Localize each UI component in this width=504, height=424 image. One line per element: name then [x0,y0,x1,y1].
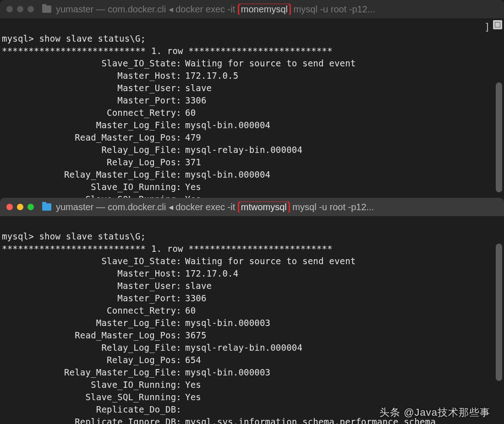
field-value: Waiting for source to send event [185,255,502,267]
field-label: Slave_IO_Running: [2,379,185,391]
field-label: Relay_Log_File: [2,342,185,354]
status-row: Slave_SQL_Running:Yes [2,391,502,403]
close-icon[interactable] [6,204,13,210]
status-row: Slave_IO_State:Waiting for source to sen… [2,57,502,70]
field-value: 172.17.0.5 [185,70,502,82]
traffic-lights [6,6,34,12]
field-value: slave [185,280,502,292]
field-label: Read_Master_Log_Pos: [2,329,185,342]
terminal-output[interactable]: mysql> show slave status\G; ************… [0,18,504,207]
field-value: mysql-bin.000003 [185,317,502,329]
status-row: Relay_Log_File:mysql-relay-bin.000004 [2,342,502,354]
field-value: Yes [185,181,502,193]
status-row: Master_Log_File:mysql-bin.000004 [2,119,502,131]
title-suffix: mysql -u root -p12... [290,202,374,212]
status-row: Slave_IO_Running:Yes [2,379,502,391]
status-row: Slave_IO_State:Waiting for source to sen… [2,255,502,267]
status-row: Master_Port:3306 [2,94,502,107]
field-value: 654 [185,354,502,366]
field-label: Master_Log_File: [2,317,185,329]
field-label: Read_Master_Log_Pos: [2,131,185,144]
status-row: Master_Host:172.17.0.5 [2,70,502,82]
field-label: Master_Port: [2,94,185,107]
field-label: Master_Log_File: [2,119,185,131]
prompt: mysql> [2,231,34,241]
field-label: Relay_Log_Pos: [2,156,185,169]
field-value: 3675 [185,329,502,342]
status-row: Master_Port:3306 [2,292,502,304]
field-label: Relay_Master_Log_File: [2,169,185,181]
field-value: Waiting for source to send event [185,57,502,70]
window-title: yumaster — com.docker.cli ◂ docker exec … [56,4,375,15]
zoom-icon[interactable] [27,6,34,12]
titlebar[interactable]: yumaster — com.docker.cli ◂ docker exec … [0,198,504,216]
watermark: 头条 @Java技术那些事 [379,406,490,419]
status-row: Relay_Log_File:mysql-relay-bin.000004 [2,144,502,156]
folder-icon [42,5,51,13]
prompt: mysql> [2,33,34,43]
status-row: Read_Master_Log_Pos:3675 [2,329,502,342]
field-label: Connect_Retry: [2,304,185,317]
traffic-lights [6,204,34,210]
row-separator: *************************** 1. row *****… [2,244,333,254]
field-value: slave [185,82,502,94]
field-value: 3306 [185,94,502,107]
title-suffix: mysql -u root -p12... [291,4,375,14]
field-label: Master_Port: [2,292,185,304]
field-value: 60 [185,107,502,119]
status-row: Slave_IO_Running:Yes [2,181,502,193]
field-label: Slave_IO_State: [2,57,185,70]
folder-icon [42,203,51,211]
field-label: Relay_Master_Log_File: [2,366,185,379]
title-highlight: mtwomysql [238,201,290,212]
close-icon[interactable] [6,6,13,12]
minimize-icon[interactable] [17,204,23,210]
field-label: Master_Host: [2,267,185,280]
field-label: Master_User: [2,82,185,94]
field-label: Master_Host: [2,70,185,82]
status-row: Relay_Master_Log_File:mysql-bin.000003 [2,366,502,379]
zoom-icon[interactable] [27,204,34,210]
field-value: 172.17.0.4 [185,267,502,280]
command: show slave status\G; [39,33,146,43]
status-row: Master_User:slave [2,82,502,94]
status-row: Connect_Retry:60 [2,304,502,317]
terminal-output[interactable]: mysql> show slave status\G; ************… [0,216,504,424]
window-title: yumaster — com.docker.cli ◂ docker exec … [56,201,374,212]
field-value: mysql-bin.000003 [185,366,502,379]
field-label: Relay_Log_File: [2,144,185,156]
title-prefix: yumaster — com.docker.cli ◂ docker exec … [56,4,238,14]
field-value: mysql-relay-bin.000004 [185,144,502,156]
terminal-window-monemysql: yumaster — com.docker.cli ◂ docker exec … [0,0,504,198]
field-label: Slave_SQL_Running: [2,391,185,403]
field-value: 3306 [185,292,502,304]
field-value: Yes [185,391,502,403]
field-label: Slave_IO_Running: [2,181,185,193]
field-label: Replicate_Do_DB: [2,403,185,416]
field-value: mysql-bin.000004 [185,119,502,131]
field-label: Connect_Retry: [2,107,185,119]
terminal-window-mtwomysql: yumaster — com.docker.cli ◂ docker exec … [0,198,504,424]
field-value: 479 [185,131,502,144]
status-row: Master_Log_File:mysql-bin.000003 [2,317,502,329]
status-row: Relay_Master_Log_File:mysql-bin.000004 [2,169,502,181]
command: show slave status\G; [39,231,146,241]
field-label: Relay_Log_Pos: [2,354,185,366]
field-value: 371 [185,156,502,169]
titlebar[interactable]: yumaster — com.docker.cli ◂ docker exec … [0,0,504,18]
field-value: mysql-relay-bin.000004 [185,342,502,354]
status-row: Connect_Retry:60 [2,107,502,119]
field-value: Yes [185,379,502,391]
status-row: Relay_Log_Pos:371 [2,156,502,169]
field-value: 60 [185,304,502,317]
status-row: Relay_Log_Pos:654 [2,354,502,366]
field-value: mysql-bin.000004 [185,169,502,181]
title-highlight: monemysql [238,4,291,15]
title-prefix: yumaster — com.docker.cli ◂ docker exec … [56,202,238,212]
status-row: Read_Master_Log_Pos:479 [2,131,502,144]
field-label: Slave_IO_State: [2,255,185,267]
status-row: Master_User:slave [2,280,502,292]
status-row: Master_Host:172.17.0.4 [2,267,502,280]
minimize-icon[interactable] [17,6,23,12]
row-separator: *************************** 1. row *****… [2,46,333,56]
